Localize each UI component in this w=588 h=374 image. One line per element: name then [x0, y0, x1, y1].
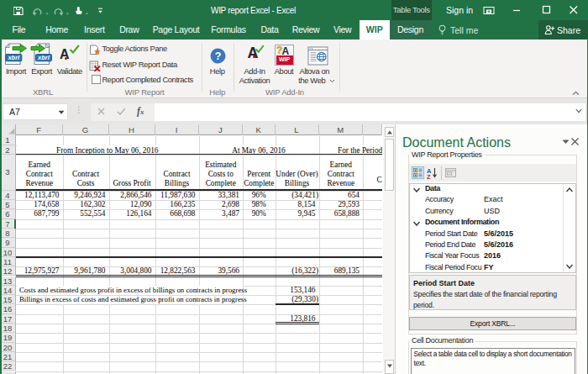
svg-text:xbrl: xbrl — [7, 54, 20, 61]
svg-text:?: ? — [214, 50, 221, 62]
svg-text:Z: Z — [427, 173, 431, 179]
svg-text:xbrl: xbrl — [37, 54, 50, 61]
